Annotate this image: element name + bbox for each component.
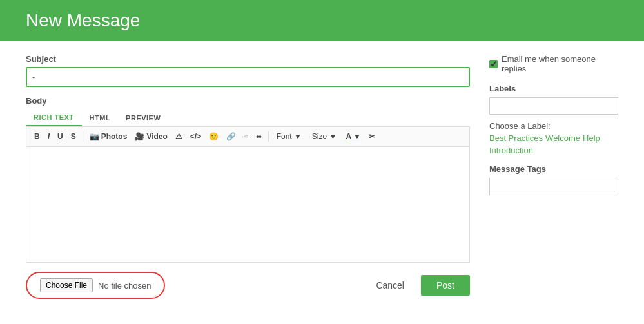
post-button[interactable]: Post	[421, 275, 470, 296]
email-notify-checkbox[interactable]	[489, 60, 498, 68]
label-links: Best Practices Welcome Help Introduction	[489, 133, 618, 155]
warning-button[interactable]: ⚠	[173, 131, 185, 142]
labels-label: Labels	[489, 84, 618, 93]
file-upload-section: Choose File No file chosen	[26, 272, 165, 299]
no-file-label: No file chosen	[98, 281, 151, 291]
unordered-list-button[interactable]: ••	[253, 131, 264, 142]
emoji-button[interactable]: 🙂	[206, 131, 221, 142]
main-column: Subject Body RICH TEXT HTML PREVIEW B I …	[26, 54, 470, 299]
labels-input[interactable]	[489, 97, 618, 115]
ordered-list-button[interactable]: ≡	[241, 131, 251, 142]
action-buttons: Cancel Post	[366, 275, 470, 296]
text-color-button[interactable]: A ▼	[343, 131, 363, 142]
tab-preview[interactable]: PREVIEW	[118, 110, 168, 126]
choose-file-button[interactable]: Choose File	[40, 278, 93, 292]
video-icon: 🎥	[135, 132, 144, 141]
italic-button[interactable]: I	[45, 131, 52, 142]
strikethrough-button[interactable]: S	[68, 131, 79, 142]
cancel-button[interactable]: Cancel	[366, 275, 415, 296]
underline-button[interactable]: U	[55, 131, 66, 142]
label-best-practices[interactable]: Best Practices	[489, 133, 543, 143]
email-notify-label: Email me when someone replies	[502, 54, 618, 73]
side-column: Email me when someone replies Labels Cho…	[489, 54, 618, 299]
editor-tabs: RICH TEXT HTML PREVIEW	[26, 110, 470, 127]
label-help[interactable]: Help	[583, 133, 600, 143]
tab-html[interactable]: HTML	[82, 110, 119, 126]
message-tags-label: Message Tags	[489, 164, 618, 174]
label-welcome[interactable]: Welcome	[545, 133, 580, 143]
toolbar-separator-2	[268, 131, 269, 142]
email-notify-section: Email me when someone replies	[489, 54, 618, 73]
video-button[interactable]: 🎥 Video	[132, 131, 170, 142]
font-dropdown[interactable]: Font ▼	[273, 131, 306, 142]
footer-actions: Choose File No file chosen Cancel Post	[26, 272, 470, 299]
code-button[interactable]: </>	[188, 131, 204, 142]
camera-icon: 📷	[90, 132, 99, 141]
content-area: Subject Body RICH TEXT HTML PREVIEW B I …	[0, 54, 644, 312]
message-tags-input[interactable]	[489, 178, 618, 195]
body-editor[interactable]	[26, 147, 470, 263]
page-wrapper: New Message Subject Body RICH TEXT HTML …	[0, 0, 644, 324]
subject-input[interactable]	[26, 67, 470, 87]
choose-label-text: Choose a Label:	[489, 121, 618, 131]
link-button[interactable]: 🔗	[224, 131, 239, 142]
tab-rich-text[interactable]: RICH TEXT	[26, 110, 82, 126]
label-introduction[interactable]: Introduction	[489, 146, 533, 155]
toolbar-separator-1	[83, 131, 83, 142]
subject-label: Subject	[26, 54, 470, 64]
editor-toolbar: B I U S 📷 Photos 🎥 Video ⚠ </> 🙂 🔗 ≡ ••	[26, 127, 470, 147]
photos-button[interactable]: 📷 Photos	[87, 131, 130, 142]
page-title: New Message	[26, 10, 618, 31]
size-dropdown[interactable]: Size ▼	[308, 131, 341, 142]
bold-button[interactable]: B	[32, 131, 43, 142]
format-button[interactable]: ✂	[366, 131, 378, 142]
page-header: New Message	[0, 0, 644, 41]
body-label: Body	[26, 96, 470, 106]
